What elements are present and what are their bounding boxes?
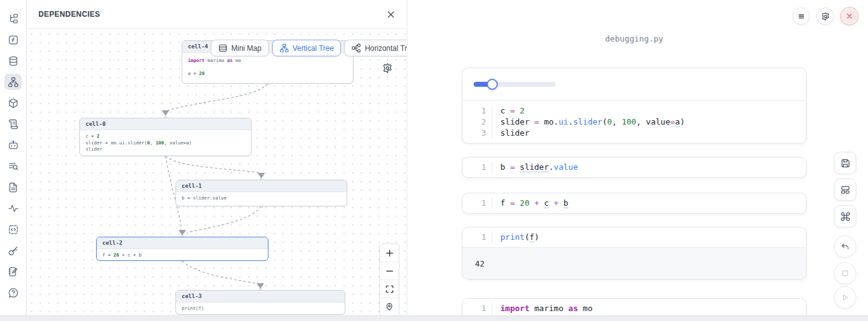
code-line[interactable]: slider	[492, 128, 529, 139]
sidebar-item-scroll[interactable]	[4, 116, 22, 132]
database-icon	[8, 56, 19, 66]
node-title: cell-1	[176, 180, 347, 192]
code-editor[interactable]: 1print(f)	[463, 227, 806, 247]
slider-widget[interactable]	[474, 82, 556, 87]
notebook-cell: 1f = 20 + c + b	[462, 193, 807, 214]
graph-settings-gear-icon[interactable]	[382, 63, 393, 74]
graph-node-cell-3[interactable]: cell-3print(f)	[175, 290, 345, 315]
sidebar-item-database[interactable]	[4, 53, 22, 69]
sidebar-item-snippet[interactable]	[4, 221, 22, 237]
notebook-settings-button[interactable]	[817, 7, 834, 25]
code-line[interactable]: f = 20 + c + b	[492, 198, 569, 209]
sidebar-item-file-text[interactable]	[4, 179, 22, 195]
menu-button[interactable]	[792, 7, 810, 25]
mini-map-icon	[218, 43, 228, 53]
notebook-pen-icon	[8, 266, 19, 277]
line-number: 1	[463, 162, 492, 173]
file-text-icon	[8, 182, 19, 193]
line-number: 1	[463, 198, 492, 209]
activity-icon	[8, 203, 19, 214]
graph-node-cell-1[interactable]: cell-1b = slider.value	[175, 180, 347, 206]
zoom-in-button[interactable]	[380, 244, 399, 262]
menu-icon	[797, 12, 806, 21]
sidebar-item-file-tree[interactable]	[4, 11, 22, 27]
dependencies-header: DEPENDENCIES	[27, 0, 407, 29]
line-number: 3	[463, 128, 492, 139]
cell-output: 42	[463, 247, 806, 279]
code-line[interactable]: slider = mo.ui.slider(0, 100, value=a)	[492, 117, 684, 128]
status-bar	[0, 315, 868, 321]
sidebar-item-chat-bot[interactable]	[4, 137, 22, 153]
dependency-graph-canvas[interactable]: cell-4import marimo as moa = 20cell-0c =…	[27, 30, 407, 316]
sidebar-item-notebook-pen[interactable]	[4, 263, 22, 279]
node-code: c = 2slider = mo.ui.slider(0, 100, value…	[80, 130, 251, 156]
command-icon	[840, 211, 851, 222]
zoom-controls	[379, 244, 399, 316]
view-button-mini-map[interactable]: Mini Map	[211, 40, 269, 56]
function-icon	[8, 35, 19, 45]
graph-node-cell-2[interactable]: cell-2f = 20 + c + b	[96, 237, 268, 261]
undo-button[interactable]	[834, 235, 856, 258]
gear-icon	[821, 12, 830, 21]
save-button[interactable]	[834, 152, 856, 174]
left-sidebar	[0, 0, 27, 316]
line-number: 1	[463, 105, 492, 117]
dependencies-panel: DEPENDENCIES	[27, 0, 407, 316]
center-selection-button[interactable]	[380, 298, 399, 315]
sidebar-item-key[interactable]	[4, 242, 22, 258]
sidebar-item-list-search[interactable]	[4, 158, 22, 174]
notebook-cell: 1b = slider.value	[462, 157, 807, 178]
sidebar-item-function[interactable]	[4, 32, 22, 48]
code-editor[interactable]: 1b = slider.value	[463, 157, 806, 177]
sidebar-item-dependency-graph[interactable]	[4, 74, 22, 90]
run-icon	[840, 292, 850, 302]
node-code: import marimo as moa = 20	[182, 53, 353, 83]
view-button-label: Vertical Tree	[293, 44, 334, 53]
node-title: cell-2	[97, 237, 268, 249]
layout-icon	[840, 185, 851, 195]
line-number: 1	[463, 303, 492, 314]
code-editor[interactable]: 1f = 20 + c + b	[463, 193, 806, 213]
line-number: 2	[463, 117, 492, 128]
stop-button[interactable]	[834, 262, 856, 284]
node-title: cell-3	[176, 291, 345, 302]
close-icon	[845, 12, 854, 20]
zoom-out-button[interactable]	[380, 262, 399, 280]
vertical-tree-icon	[280, 43, 289, 53]
slider-thumb[interactable]	[487, 79, 498, 90]
shutdown-button[interactable]	[840, 7, 859, 25]
command-palette-button[interactable]	[834, 205, 856, 227]
node-code: b = slider.value	[176, 192, 347, 205]
code-line[interactable]: b = slider.value	[492, 162, 578, 173]
sidebar-item-help-chat[interactable]	[4, 284, 22, 301]
line-number: 1	[463, 232, 492, 243]
run-button[interactable]	[834, 286, 856, 309]
code-line[interactable]: print(f)	[492, 232, 539, 243]
horizontal-tree-icon	[352, 43, 361, 53]
key-icon	[8, 245, 19, 256]
chat-bot-icon	[8, 140, 19, 151]
layout-button[interactable]	[834, 178, 856, 201]
scroll-icon	[8, 119, 19, 130]
fit-view-button[interactable]	[380, 280, 399, 298]
code-editor[interactable]: 1c = 22slider = mo.ui.slider(0, 100, val…	[463, 101, 806, 143]
node-code: print(f)	[176, 302, 345, 315]
save-icon	[840, 158, 851, 169]
view-button-label: Horizontal Tree	[365, 44, 407, 53]
panel-title: DEPENDENCIES	[38, 10, 100, 19]
graph-node-cell-0[interactable]: cell-0c = 2slider = mo.ui.slider(0, 100,…	[79, 118, 252, 156]
node-code: f = 20 + c + b	[97, 249, 268, 261]
close-icon[interactable]	[386, 10, 396, 19]
sidebar-item-activity[interactable]	[4, 200, 22, 216]
view-button-label: Mini Map	[231, 44, 262, 53]
file-tree-icon	[8, 14, 19, 24]
help-chat-icon	[8, 288, 19, 298]
notebook-cell: 1print(f) 42	[462, 227, 807, 279]
view-button-horizontal-tree[interactable]: Horizontal Tree	[344, 40, 407, 56]
notebook-cell: 1c = 22slider = mo.ui.slider(0, 100, val…	[462, 68, 807, 144]
code-line[interactable]: import marimo as mo	[492, 303, 593, 314]
sidebar-item-package[interactable]	[4, 95, 22, 111]
filename: debugging.py	[462, 34, 807, 43]
code-line[interactable]: c = 2	[492, 105, 525, 117]
view-button-vertical-tree[interactable]: Vertical Tree	[272, 40, 342, 56]
